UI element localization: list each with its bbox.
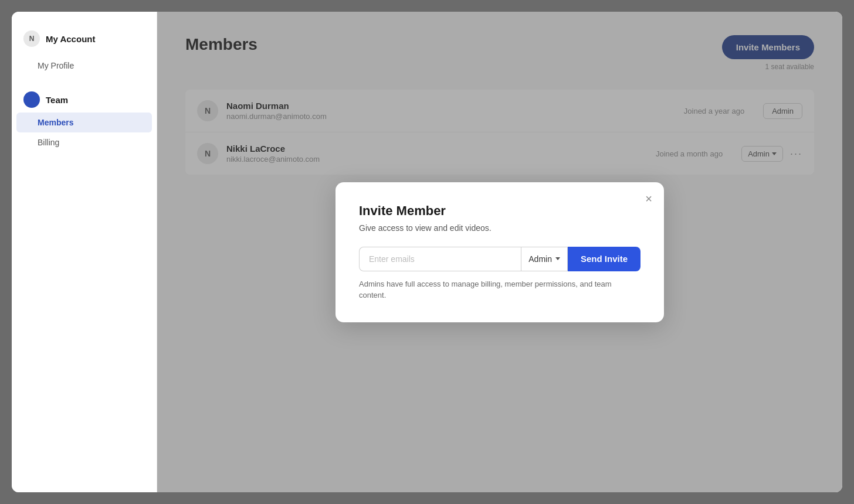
sidebar-item-my-profile[interactable]: My Profile [12,56,157,75]
app-window: N My Account My Profile Team Members Bil… [12,12,842,492]
team-section-header: Team [12,87,157,113]
modal-subtitle: Give access to view and edit videos. [359,223,640,233]
invite-row: Admin Send Invite [359,247,640,271]
sidebar-item-billing[interactable]: Billing [12,132,157,152]
role-dropdown[interactable]: Admin [521,247,568,271]
main-content: Members Invite Members 1 seat available … [157,12,842,492]
team-dot [23,91,40,108]
invite-member-modal: × Invite Member Give access to view and … [336,182,664,322]
team-label: Team [46,95,68,105]
account-name: My Account [46,34,95,44]
account-section: N My Account [12,26,157,56]
account-avatar: N [23,30,40,47]
modal-close-button[interactable]: × [645,193,652,205]
team-section: Team Members Billing [12,87,157,152]
modal-title: Invite Member [359,203,640,219]
sidebar: N My Account My Profile Team Members Bil… [12,12,157,492]
modal-help-text: Admins have full access to manage billin… [359,278,640,301]
chevron-down-icon [555,257,560,260]
email-input[interactable] [359,247,521,271]
sidebar-item-members[interactable]: Members [16,113,152,132]
send-invite-button[interactable]: Send Invite [568,247,640,271]
modal-overlay: × Invite Member Give access to view and … [157,12,842,492]
